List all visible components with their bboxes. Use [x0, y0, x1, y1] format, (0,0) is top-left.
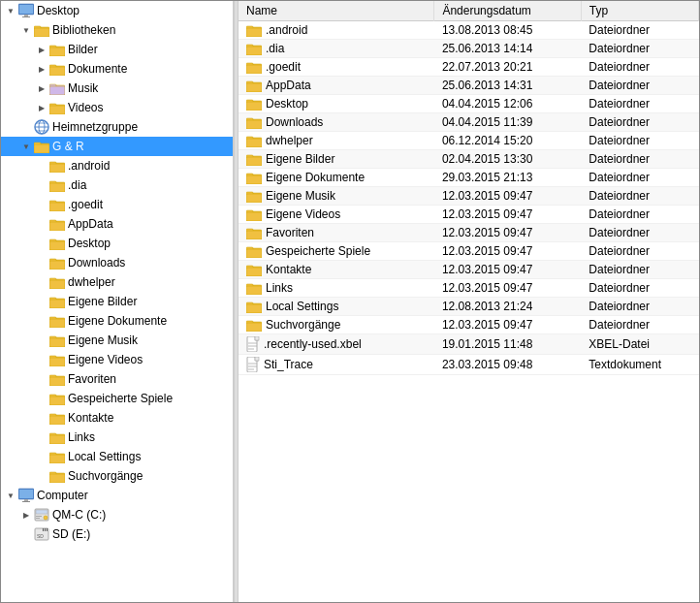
col-header-date[interactable]: Änderungsdatum	[434, 1, 581, 21]
table-row[interactable]: .recently-used.xbel19.01.2015 11:48XBEL-…	[239, 334, 699, 355]
tree-item-qm-c[interactable]: QM-C (C:)	[1, 505, 233, 524]
folder-icon	[246, 263, 262, 276]
table-row[interactable]: Local Settings12.08.2013 21:24Dateiordne…	[239, 298, 699, 316]
svg-rect-41	[49, 241, 65, 250]
tree-item-local-settings[interactable]: Local Settings	[1, 447, 233, 466]
svg-rect-50	[49, 300, 65, 308]
tree-item-gnr[interactable]: G & R	[1, 137, 233, 156]
folder-icon	[246, 207, 262, 221]
file-name-cell: Eigene Dokumente	[239, 169, 434, 187]
tree-item-label: Desktop	[37, 4, 80, 17]
tree-item-label: G & R	[52, 140, 84, 153]
tree-item-computer[interactable]: Computer	[1, 486, 233, 505]
folder-icon	[49, 159, 65, 173]
folder-icon	[246, 115, 262, 129]
file-date: 25.06.2013 14:14	[434, 40, 581, 58]
tree-item-downloads[interactable]: Downloads	[1, 253, 233, 272]
folder-icon	[246, 318, 262, 332]
tree-item-kontakte[interactable]: Kontakte	[1, 408, 233, 428]
tree-item-dwhelper[interactable]: dwhelper	[1, 272, 233, 292]
tree-item-desktop2[interactable]: Desktop	[1, 234, 233, 253]
expander-eigene-bilder	[34, 294, 49, 309]
table-row[interactable]: Downloads04.04.2015 11:39Dateiordner	[239, 113, 699, 132]
expander-videos[interactable]	[34, 100, 49, 115]
expander-eigene-videos	[34, 352, 49, 367]
expander-computer[interactable]	[3, 488, 18, 503]
file-date: 06.12.2014 15:20	[434, 132, 581, 150]
table-row[interactable]: Links12.03.2015 09:47Dateiordner	[239, 279, 699, 298]
table-row[interactable]: AppData25.06.2013 14:31Dateiordner	[239, 77, 699, 95]
computer-icon	[18, 489, 34, 502]
svg-text:SD: SD	[37, 533, 44, 539]
table-row[interactable]: Suchvorgänge12.03.2015 09:47Dateiordner	[239, 316, 699, 334]
tree-item-musik[interactable]: Musik	[1, 79, 233, 98]
svg-point-84	[44, 516, 48, 520]
file-name: Downloads	[266, 115, 323, 129]
table-row[interactable]: Eigene Musik12.03.2015 09:47Dateiordner	[239, 187, 699, 206]
table-row[interactable]: Favoriten12.03.2015 09:47Dateiordner	[239, 224, 699, 242]
folder-icon	[49, 333, 65, 347]
svg-rect-35	[49, 203, 65, 211]
table-row[interactable]: Eigene Dokumente29.03.2015 21:13Dateiord…	[239, 169, 699, 187]
folder-icon	[49, 43, 65, 56]
expander-appdata	[34, 216, 49, 232]
table-row[interactable]: Eigene Videos12.03.2015 09:47Dateiordner	[239, 206, 699, 224]
svg-rect-62	[49, 377, 65, 386]
tree-item-android[interactable]: .android	[1, 156, 233, 175]
svg-rect-26	[34, 144, 49, 153]
table-row[interactable]: .goedit22.07.2013 20:21Dateiordner	[239, 58, 699, 77]
expander-bibliotheken[interactable]	[18, 22, 34, 38]
folder-icon	[246, 23, 262, 37]
expander-bilder[interactable]	[34, 42, 49, 57]
table-row[interactable]: .android13.08.2013 08:45Dateiordner	[239, 21, 699, 40]
svg-rect-15	[49, 86, 65, 95]
expander-kontakte	[34, 410, 49, 426]
tree-item-goedit[interactable]: .goedit	[1, 195, 233, 214]
tree-item-eigene-musik[interactable]: Eigene Musik	[1, 331, 233, 350]
expander-dokumente[interactable]	[34, 61, 49, 77]
file-type: Dateiordner	[581, 316, 698, 334]
tree-item-label: Bibliotheken	[52, 23, 115, 37]
file-name: .recently-used.xbel	[264, 337, 362, 351]
tree-item-label: Desktop	[68, 237, 111, 250]
tree-item-sd-e[interactable]: SD SD (E:)	[1, 524, 233, 544]
table-row[interactable]: dwhelper06.12.2014 15:20Dateiordner	[239, 132, 699, 150]
tree-item-appdata[interactable]: AppData	[1, 214, 233, 234]
expander-gnr[interactable]	[18, 139, 34, 154]
svg-rect-74	[49, 455, 65, 463]
svg-rect-88	[43, 528, 44, 531]
svg-rect-100	[246, 65, 262, 74]
table-row[interactable]: Desktop04.04.2015 12:06Dateiordner	[239, 95, 699, 113]
expander-desktop[interactable]	[3, 3, 18, 18]
tree-item-videos[interactable]: Videos	[1, 98, 233, 117]
tree-item-suchvorgaenge[interactable]: Suchvorgänge	[1, 466, 233, 486]
expander-favoriten	[34, 371, 49, 387]
table-row[interactable]: .dia25.06.2013 14:14Dateiordner	[239, 40, 699, 58]
tree-item-gespeicherte-spiele[interactable]: Gespeicherte Spiele	[1, 389, 233, 408]
table-row[interactable]: Kontakte12.03.2015 09:47Dateiordner	[239, 261, 699, 279]
tree-item-eigene-dokumente[interactable]: Eigene Dokumente	[1, 311, 233, 331]
table-row[interactable]: Sti_Trace23.03.2015 09:48Textdokument	[239, 355, 699, 375]
tree-item-heimnetzgruppe[interactable]: Heimnetzgruppe	[1, 117, 233, 137]
expander-qm-c[interactable]	[18, 507, 34, 523]
tree-item-eigene-videos[interactable]: Eigene Videos	[1, 350, 233, 369]
tree-item-links[interactable]: Links	[1, 428, 233, 447]
file-type: Dateiordner	[581, 40, 698, 58]
col-header-type[interactable]: Typ	[581, 1, 698, 21]
tree-item-bilder[interactable]: Bilder	[1, 40, 233, 59]
folder-icon	[49, 411, 65, 425]
expander-musik[interactable]	[34, 80, 49, 96]
tree-item-dokumente[interactable]: Dokumente	[1, 59, 233, 79]
svg-rect-56	[49, 338, 65, 347]
tree-item-label: .goedit	[68, 198, 103, 211]
tree-item-bibliotheken[interactable]: Bibliotheken	[1, 20, 233, 40]
table-row[interactable]: Gespeicherte Spiele12.03.2015 09:47Datei…	[239, 242, 699, 261]
file-date: 12.03.2015 09:47	[434, 206, 581, 224]
tree-item-eigene-bilder[interactable]: Eigene Bilder	[1, 292, 233, 311]
tree-item-desktop[interactable]: Desktop	[1, 1, 233, 20]
col-header-name[interactable]: Name	[239, 1, 434, 21]
svg-rect-44	[49, 261, 65, 270]
tree-item-favoriten[interactable]: Favoriten	[1, 369, 233, 389]
table-row[interactable]: Eigene Bilder02.04.2015 13:30Dateiordner	[239, 150, 699, 169]
tree-item-dia[interactable]: .dia	[1, 175, 233, 195]
